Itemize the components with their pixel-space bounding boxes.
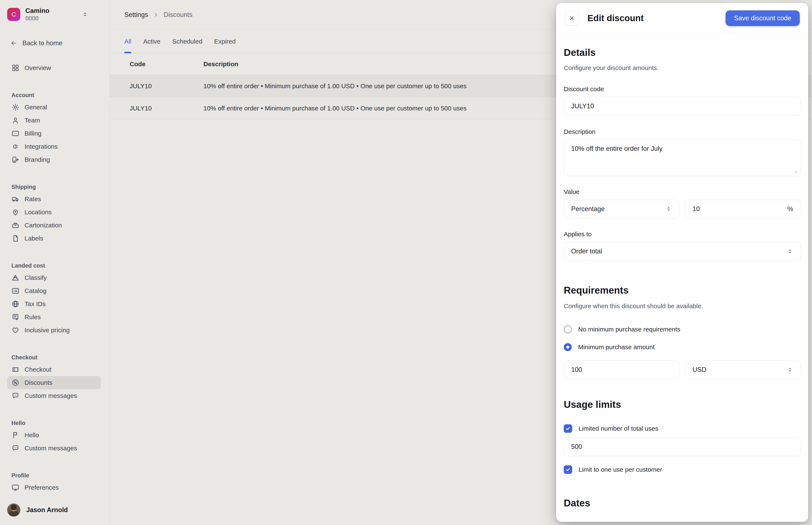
value-amount: 10 [692, 205, 700, 213]
sidebar-item-rules[interactable]: Rules [7, 311, 101, 324]
sidebar-item-locations[interactable]: Locations [7, 206, 101, 219]
globe-icon [12, 300, 19, 308]
checkbox-checked-icon[interactable] [564, 424, 572, 433]
cell-code: JULY10 [129, 105, 203, 112]
applies-to-value: Order total [571, 247, 602, 255]
sidebar-item-catalog[interactable]: Catalog [7, 284, 101, 297]
sidebar-item-label: Team [25, 117, 40, 124]
person-icon [12, 116, 19, 124]
heart-icon [12, 326, 19, 334]
applies-to-select[interactable]: Order total [564, 242, 800, 260]
sidebar-item-billing[interactable]: Billing [7, 127, 101, 140]
tab-active[interactable]: Active [143, 30, 160, 53]
org-switcher[interactable]: C Camino 0000 [7, 7, 88, 21]
radio-selected-icon[interactable] [564, 343, 572, 351]
avatar [7, 504, 20, 516]
back-to-home-label: Back to home [22, 39, 63, 47]
plug-icon [12, 142, 19, 151]
requirement-option-2[interactable]: Minimum purchase amount [564, 343, 800, 351]
sidebar-item-labels[interactable]: Labels [7, 232, 101, 245]
total-uses-value: 500 [571, 443, 582, 451]
sidebar-item-label: Catalog [25, 287, 46, 295]
close-button[interactable] [565, 11, 579, 25]
details-subtitle: Configure your discount amounts. [564, 64, 800, 72]
sidebar-item-label: Integrations [25, 143, 58, 150]
discount-code-value: JULY10 [571, 102, 594, 110]
org-name: Camino [25, 7, 49, 15]
close-icon [569, 15, 575, 21]
minimum-amount-value: 100 [571, 366, 582, 374]
section-label: Account [12, 92, 109, 99]
sidebar-item-discounts[interactable]: Discounts [7, 376, 101, 389]
sidebar-item-label: Locations [25, 209, 51, 216]
sidebar-item-label: Classify [25, 274, 47, 281]
resize-handle-icon[interactable] [792, 168, 797, 173]
tab-expired[interactable]: Expired [214, 30, 236, 53]
value-amount-input[interactable]: 10 % [685, 200, 800, 218]
sidebar-item-label: Billing [25, 130, 42, 137]
sidebar-item-checkout[interactable]: Checkout [7, 363, 101, 376]
total-uses-input[interactable]: 500 [564, 437, 800, 456]
sidebar-section-checkout: CheckoutCheckoutDiscountsCustom messages [0, 354, 109, 402]
sidebar-item-general[interactable]: General [7, 101, 101, 114]
updown-icon[interactable] [82, 11, 88, 17]
sidebar-item-overview[interactable]: Overview [7, 61, 101, 74]
total-uses-checkbox-row[interactable]: Limited number of total uses [564, 424, 800, 433]
sidebar-section-shipping: ShippingRatesLocationsCartonizationLabel… [0, 184, 109, 245]
applies-to-label: Applies to [564, 230, 800, 238]
discount-icon [12, 379, 19, 387]
rules-icon [12, 313, 19, 321]
save-discount-button[interactable]: Save discount code [725, 10, 800, 26]
requirement-option-1[interactable]: No minimum purchase requirements [564, 325, 800, 333]
usage-limits-heading: Usage limits [564, 399, 800, 410]
discount-code-input[interactable]: JULY10 [564, 97, 800, 116]
sidebar-item-custom-messages[interactable]: Custom messages [7, 442, 101, 455]
sidebar-item-label: Preferences [25, 484, 59, 491]
sidebar-item-cartonization[interactable]: Cartonization [7, 219, 101, 232]
requirements-heading: Requirements [564, 284, 800, 296]
edit-discount-drawer: Edit discount Save discount code Details… [556, 3, 808, 522]
ticket-icon [12, 365, 19, 374]
updown-icon [787, 248, 793, 254]
requirement-option-label: No minimum purchase requirements [578, 326, 680, 333]
sidebar-item-custom-messages[interactable]: Custom messages [7, 389, 101, 402]
discount-code-label: Discount code [564, 85, 800, 93]
per-customer-checkbox-row[interactable]: Limit to one use per customer [564, 465, 800, 474]
currency-value: USD [692, 366, 706, 374]
user-profile[interactable]: Jason Arnold [7, 504, 68, 516]
sidebar-item-rates[interactable]: Rates [7, 193, 101, 206]
back-to-home-link[interactable]: Back to home [11, 39, 63, 47]
sidebar-item-label: Inclusive pricing [25, 327, 70, 334]
description-textarea[interactable]: 10% off the entire order for July [564, 140, 800, 176]
flag-icon [12, 431, 19, 439]
tab-scheduled[interactable]: Scheduled [172, 30, 202, 53]
breadcrumb-settings[interactable]: Settings [124, 11, 148, 19]
sidebar-item-team[interactable]: Team [7, 114, 101, 127]
tab-all[interactable]: All [124, 30, 131, 53]
chevron-right-icon [153, 12, 159, 18]
minimum-amount-input[interactable]: 100 [564, 360, 679, 379]
sidebar-item-hello[interactable]: Hello [7, 429, 101, 442]
radio-unselected-icon[interactable] [564, 325, 572, 333]
sidebar-item-label: Checkout [25, 366, 51, 373]
pin-icon [12, 208, 19, 216]
breadcrumb-discounts: Discounts [164, 11, 193, 19]
description-label: Description [564, 128, 800, 136]
checkbox-checked-icon[interactable] [564, 465, 572, 474]
currency-select[interactable]: USD [685, 360, 800, 379]
per-customer-label: Limit to one use per customer [579, 466, 662, 473]
sidebar-nav: OverviewAccountGeneralTeamBillingIntegra… [0, 61, 109, 494]
sidebar-item-integrations[interactable]: Integrations [7, 140, 101, 153]
brand-icon [12, 156, 19, 164]
sidebar-section-landed-cost: Landed costClassifyCatalogTax IDsRulesIn… [0, 262, 109, 337]
sidebar-item-inclusive-pricing[interactable]: Inclusive pricing [7, 324, 101, 337]
sidebar-item-branding[interactable]: Branding [7, 153, 101, 166]
sidebar-item-preferences[interactable]: Preferences [7, 481, 101, 494]
column-header-code: Code [129, 60, 203, 68]
sidebar-item-tax-ids[interactable]: Tax IDs [7, 297, 101, 311]
value-type-select[interactable]: Percentage [564, 200, 679, 218]
requirements-subtitle: Configure when this discount should be a… [564, 302, 800, 310]
value-label: Value [564, 188, 800, 196]
sidebar-item-classify[interactable]: Classify [7, 271, 101, 284]
sidebar-section-hello: HelloHelloCustom messages [0, 420, 109, 455]
